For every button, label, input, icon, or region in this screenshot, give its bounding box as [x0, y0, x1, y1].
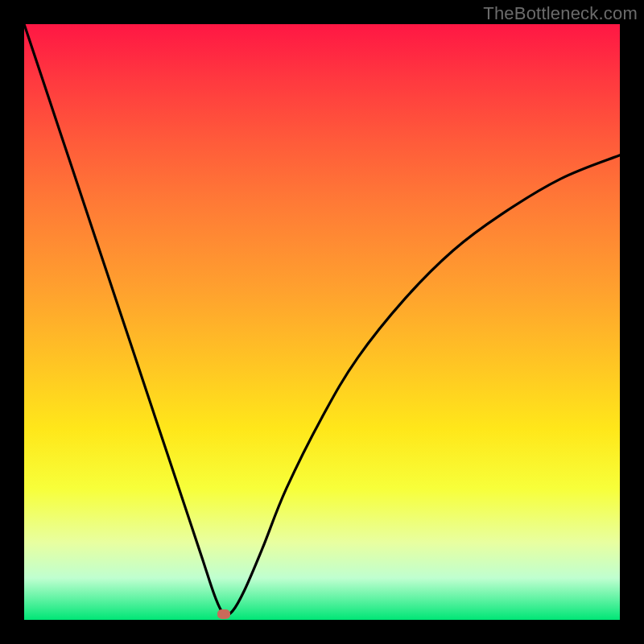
optimal-point-marker [217, 609, 230, 619]
bottleneck-curve-svg [24, 24, 620, 620]
chart-plot-area [24, 24, 620, 620]
watermark-text: TheBottleneck.com [483, 3, 638, 24]
bottleneck-curve-path [24, 24, 620, 615]
